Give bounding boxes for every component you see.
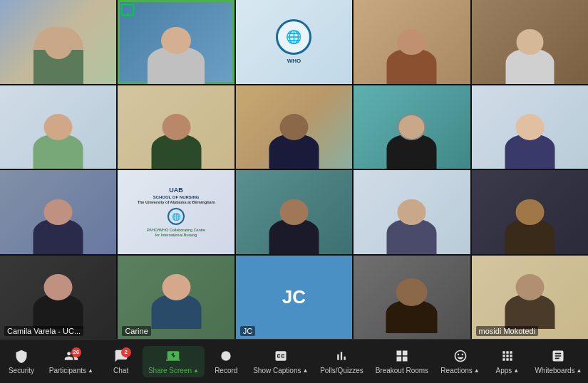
record-button[interactable]: Record <box>205 346 247 377</box>
video-cell-20[interactable]: mosidi Mokotedi <box>472 256 588 340</box>
whiteboards-button[interactable]: Whiteboards▲ <box>529 346 588 377</box>
video-cell-3[interactable]: 🌐 WHO <box>236 0 352 84</box>
breakout-icon <box>395 349 409 365</box>
video-cell-16[interactable]: Camila Varela - UC... <box>0 256 116 340</box>
shield-icon <box>14 349 29 365</box>
captions-label: Show Captions▲ <box>253 367 308 374</box>
participant-name-18: JC <box>240 326 255 336</box>
reactions-button[interactable]: Reactions▲ <box>434 346 486 377</box>
apps-label: Apps▲ <box>496 367 520 374</box>
participant-name-20: mosidi Mokotedi <box>476 326 538 336</box>
whiteboard-icon <box>551 349 565 365</box>
apps-button[interactable]: Apps▲ <box>486 346 529 377</box>
video-cell-9[interactable] <box>354 85 470 169</box>
video-cell-10[interactable] <box>472 85 588 169</box>
apps-icon <box>500 349 515 365</box>
cc-icon <box>274 349 288 365</box>
security-button[interactable]: Security <box>0 346 43 377</box>
record-icon <box>219 349 233 365</box>
svg-point-3 <box>222 351 231 360</box>
record-label: Record <box>215 367 237 374</box>
participant-name-16: Camila Varela - UC... <box>4 326 83 336</box>
video-cell-1[interactable] <box>0 0 116 84</box>
video-cell-8[interactable] <box>236 85 352 169</box>
polls-icon <box>334 349 349 365</box>
video-cell-15[interactable] <box>472 170 588 254</box>
video-cell-12[interactable]: UAB SCHOOL OF NURSING The University of … <box>118 170 234 254</box>
video-cell-11[interactable] <box>0 170 116 254</box>
people-icon: 26 <box>64 349 78 365</box>
participant-name-17: Carine <box>122 326 150 336</box>
video-cell-2[interactable] <box>118 0 234 84</box>
chat-label: Chat <box>113 367 128 374</box>
polls-button[interactable]: Polls/Quizzes <box>314 346 369 377</box>
video-cell-13[interactable] <box>236 170 352 254</box>
video-grid: 🌐 WHO <box>0 0 588 339</box>
reactions-label: Reactions▲ <box>440 367 479 374</box>
participants-label: Participants▲ <box>49 367 93 374</box>
share-screen-icon <box>166 349 180 365</box>
share-screen-label: Share Screen▲ <box>148 367 199 374</box>
video-cell-14[interactable] <box>354 170 470 254</box>
chat-button[interactable]: 2 Chat <box>100 346 143 377</box>
jc-initials: JC <box>272 276 315 318</box>
chat-badge: 2 <box>121 347 131 357</box>
breakout-label: Breakout Rooms <box>376 367 428 374</box>
reactions-icon <box>453 349 468 365</box>
participants-button[interactable]: 26 Participants▲ <box>43 346 100 377</box>
video-cell-5[interactable] <box>472 0 588 84</box>
breakout-button[interactable]: Breakout Rooms <box>370 346 435 377</box>
chat-icon: 2 <box>114 349 128 365</box>
video-cell-7[interactable] <box>118 85 234 169</box>
toolbar: Security 26 Participants▲ 2 Chat Share S… <box>0 339 588 383</box>
video-cell-4[interactable] <box>354 0 470 84</box>
captions-button[interactable]: Show Captions▲ <box>247 346 314 377</box>
video-cell-19[interactable] <box>354 256 470 340</box>
share-screen-button[interactable]: Share Screen▲ <box>143 346 205 377</box>
whiteboards-label: Whiteboards▲ <box>535 367 582 374</box>
participants-badge: 26 <box>71 347 81 357</box>
video-cell-6[interactable] <box>0 85 116 169</box>
video-cell-18[interactable]: JC JC <box>236 256 352 340</box>
video-cell-17[interactable]: Carine <box>118 256 234 340</box>
security-label: Security <box>9 367 34 374</box>
polls-label: Polls/Quizzes <box>320 367 363 374</box>
